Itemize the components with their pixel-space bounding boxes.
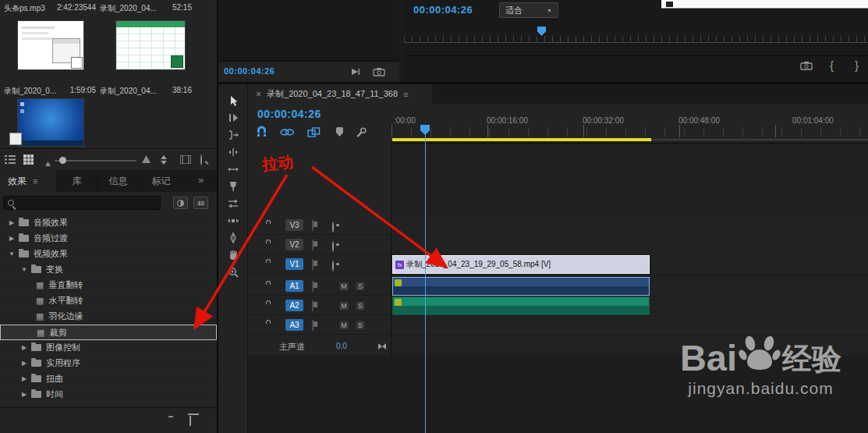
icon-view-button[interactable]	[23, 154, 34, 166]
project-item-label[interactable]: 录制_2020_04... 52:15	[100, 3, 192, 14]
twirl-right-icon[interactable]: ▶	[20, 391, 28, 398]
playhead-line[interactable]	[425, 125, 426, 433]
twirl-right-icon[interactable]: ▶	[20, 375, 28, 382]
toggle-track-output-icon[interactable]	[332, 222, 334, 232]
source-timecode[interactable]: 00:00:04:26	[224, 66, 275, 76]
thumbnail-slider-track[interactable]	[55, 160, 136, 161]
solo-button[interactable]: S	[355, 300, 366, 311]
track-lane-v3[interactable]	[391, 216, 868, 235]
pan-icon[interactable]	[377, 342, 387, 352]
mute-button[interactable]: M	[338, 300, 349, 311]
timeline-timecode[interactable]: 00:00:04:26	[257, 108, 321, 120]
effects-tree-item-time[interactable]: ▶ 时间	[0, 387, 217, 403]
thumbnail-slider-handle[interactable]	[59, 157, 66, 164]
effects-tree-item-audio-effects[interactable]: ▶ 音频效果	[0, 215, 217, 231]
time-ruler[interactable]: :00:00 00:00:16:00 00:00:32:00 00:00:48:…	[391, 104, 868, 144]
track-badge-v3[interactable]: V3	[285, 219, 303, 231]
project-item-label[interactable]: 头条ps.mp3 2:42:23544	[4, 3, 96, 14]
snap-icon[interactable]	[256, 126, 267, 139]
bit-depth-filter-icon[interactable]: 32	[193, 197, 208, 209]
twirl-right-icon[interactable]: ▶	[20, 360, 28, 367]
zoom-level-select[interactable]: 适合 ▼	[499, 2, 558, 18]
track-badge-a1[interactable]: A1	[285, 280, 303, 292]
timeline-settings-wrench-icon[interactable]	[356, 127, 367, 140]
mute-button[interactable]: M	[338, 320, 349, 331]
media-thumbnail[interactable]	[115, 20, 186, 70]
search-input[interactable]	[18, 199, 151, 208]
twirl-right-icon[interactable]: ▶	[20, 344, 28, 351]
twirl-right-icon[interactable]: ▶	[8, 219, 16, 226]
media-thumbnail[interactable]	[17, 20, 84, 70]
panel-menu-icon[interactable]: ≡	[403, 90, 408, 99]
work-area-bar[interactable]	[392, 138, 651, 141]
add-marker-icon[interactable]	[336, 127, 343, 137]
source-patch-icon[interactable]	[312, 240, 314, 250]
toggle-track-output-icon[interactable]	[332, 261, 334, 272]
source-patch-icon[interactable]	[312, 220, 314, 231]
pen-tool[interactable]	[218, 229, 248, 247]
effects-tree-item-crop[interactable]: ▦ 裁剪	[0, 325, 217, 340]
list-view-button[interactable]	[5, 155, 16, 165]
export-frame-icon[interactable]	[800, 61, 813, 72]
ripple-edit-tool[interactable]	[218, 126, 248, 144]
rate-stretch-tool[interactable]	[218, 161, 248, 178]
rolling-edit-tool[interactable]	[218, 144, 248, 161]
effects-tree-item-video-effects[interactable]: ▼ 视频效果	[0, 247, 217, 262]
program-playhead-handle[interactable]	[537, 27, 546, 36]
zoom-tool[interactable]	[218, 264, 248, 281]
effects-tree-item-image-control[interactable]: ▶ 图像控制	[0, 340, 217, 356]
effects-tree-item-audio-transitions[interactable]: ▶ 音频过渡	[0, 231, 217, 247]
source-patch-icon[interactable]	[312, 281, 314, 292]
track-badge-v2[interactable]: V2	[285, 239, 303, 250]
media-thumbnail[interactable]	[17, 98, 84, 147]
effects-tree-item-feather-edges[interactable]: ▦ 羽化边缘	[0, 309, 217, 325]
tab-markers[interactable]: 标记	[139, 170, 182, 192]
export-frame-icon[interactable]	[373, 67, 385, 78]
lift-button[interactable]: {	[830, 59, 834, 72]
project-item-label[interactable]: 录制_2020_0... 1:59:05	[4, 86, 96, 97]
program-scrubber[interactable]	[404, 36, 868, 43]
toggle-track-output-icon[interactable]	[332, 241, 334, 252]
timeline-clip-video[interactable]: fx 录制_2020_04_23_19_29_05_58.mp4 [V]	[392, 255, 650, 274]
timeline-clip-audio-2[interactable]	[392, 296, 650, 315]
zoom-out-icon[interactable]	[45, 158, 51, 168]
source-patch-icon[interactable]	[312, 259, 314, 270]
twirl-down-icon[interactable]: ▼	[8, 250, 16, 257]
sort-button[interactable]	[160, 155, 168, 166]
slide-tool[interactable]	[218, 212, 248, 229]
panel-menu-icon[interactable]: ≡	[33, 176, 37, 186]
linked-selection-icon[interactable]	[280, 128, 295, 138]
tab-library[interactable]: 库	[56, 170, 97, 192]
project-item-label[interactable]: 录制_2020_04... 38:16	[100, 86, 192, 97]
effects-tree-item-vertical-flip[interactable]: ▦ 垂直翻转	[0, 278, 217, 293]
timeline-tab[interactable]: × 录制_2020_04_23_18_47_11_368 ≡	[248, 84, 432, 104]
find-icon[interactable]	[200, 154, 202, 165]
nest-source-icon[interactable]	[307, 127, 321, 139]
track-badge-a2[interactable]: A2	[285, 300, 303, 311]
extract-button[interactable]: }	[855, 59, 859, 72]
solo-button[interactable]: S	[355, 320, 366, 331]
solo-button[interactable]: S	[355, 281, 366, 292]
track-lane-v2[interactable]	[391, 236, 868, 254]
slip-tool[interactable]	[218, 195, 248, 212]
effects-tree-item-distort[interactable]: ▶ 扭曲	[0, 371, 217, 387]
twirl-right-icon[interactable]: ▶	[8, 235, 16, 242]
effects-tree-item-transform[interactable]: ▼ 变换	[0, 262, 217, 278]
selection-tool[interactable]	[218, 92, 248, 109]
effects-tree-item-utility[interactable]: ▶ 实用程序	[0, 356, 217, 371]
zoom-in-icon[interactable]	[142, 155, 151, 165]
effects-tree-item-horizontal-flip[interactable]: ▦ 水平翻转	[0, 293, 217, 309]
twirl-down-icon[interactable]: ▼	[20, 266, 28, 273]
close-icon[interactable]: ×	[256, 89, 261, 100]
filmstrip-icon[interactable]	[180, 155, 191, 165]
tab-effects[interactable]: 效果 ≡	[0, 170, 56, 192]
track-select-tool[interactable]	[218, 109, 248, 126]
effects-search-box[interactable]	[3, 196, 161, 210]
tab-info[interactable]: 信息	[97, 170, 139, 192]
play-in-out-button[interactable]	[349, 67, 360, 78]
hand-tool[interactable]	[218, 247, 248, 264]
mute-button[interactable]: M	[338, 281, 349, 292]
master-volume-value[interactable]: 0.0	[336, 342, 347, 350]
source-patch-icon[interactable]	[312, 300, 314, 311]
track-badge-a3[interactable]: A3	[285, 319, 303, 331]
